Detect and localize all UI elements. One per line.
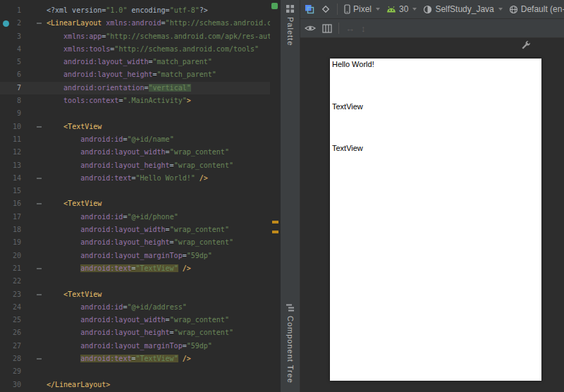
code-text: android:id="@+id/phone" xyxy=(47,211,270,223)
pan-vertical-icon[interactable]: ↕ xyxy=(361,23,366,34)
fold-gutter xyxy=(21,236,47,249)
code-line[interactable]: 14 android:text="Hello World!" /> xyxy=(0,172,270,185)
line-number: 29 xyxy=(0,365,21,378)
chevron-down-icon xyxy=(376,8,380,11)
fold-gutter xyxy=(21,4,47,17)
code-line[interactable]: 16 <TextView xyxy=(0,197,270,210)
device-selector[interactable]: Pixel xyxy=(344,4,380,14)
code-line[interactable]: 6 android:layout_height="match_parent" xyxy=(0,68,270,81)
wrench-icon[interactable] xyxy=(521,40,531,50)
fold-marker[interactable] xyxy=(21,288,47,301)
design-surface-button[interactable] xyxy=(305,4,314,14)
preview-textview[interactable]: TextView xyxy=(332,144,363,152)
fold-marker[interactable] xyxy=(21,121,47,133)
line-number: 28 xyxy=(0,353,21,365)
pan-horizontal-icon[interactable]: ↔ xyxy=(345,23,355,34)
locale-globe-icon xyxy=(509,5,518,14)
line-number: 10 xyxy=(0,121,21,133)
blueprint-mode-button[interactable] xyxy=(321,4,331,14)
fold-gutter xyxy=(21,365,47,378)
code-line[interactable]: 17 android:id="@+id/phone" xyxy=(0,211,270,223)
layout-columns-button[interactable] xyxy=(322,24,332,33)
line-number: 12 xyxy=(0,146,21,159)
code-line[interactable]: 13 android:layout_height="wrap_content" xyxy=(0,159,270,172)
code-text xyxy=(47,185,270,197)
line-number: 18 xyxy=(0,223,21,236)
code-line[interactable]: 26 android:layout_height="wrap_content" xyxy=(0,326,270,339)
code-line[interactable]: 23 <TextView xyxy=(0,288,270,301)
fold-gutter xyxy=(21,326,47,339)
code-line[interactable]: 19 android:layout_height="wrap_content" xyxy=(0,236,270,249)
preview-textview[interactable]: TextView xyxy=(332,102,363,111)
warning-tick-icon[interactable] xyxy=(272,221,278,223)
device-preview[interactable]: Hello World! TextView TextView xyxy=(330,59,541,381)
code-line[interactable]: 21 android:text="TextView" /> xyxy=(0,262,270,275)
code-line[interactable]: 15 xyxy=(0,185,270,197)
code-text xyxy=(47,275,270,288)
code-text: xmlns:app="http://schemas.android.com/ap… xyxy=(47,30,270,43)
code-line[interactable]: 28 android:text="TextView" /> xyxy=(0,353,270,365)
separator xyxy=(337,4,338,15)
code-line[interactable]: 20 android:layout_marginTop="59dp" xyxy=(0,250,270,262)
locale-selector[interactable]: Default (en-u xyxy=(509,4,564,14)
code-line[interactable]: 9 xyxy=(0,107,270,120)
component-tree-tool-button[interactable]: Component Tree xyxy=(286,303,295,384)
locale-label: Default (en-u xyxy=(521,4,564,14)
fold-marker[interactable] xyxy=(21,262,47,275)
fold-marker[interactable] xyxy=(21,353,47,365)
fold-gutter xyxy=(21,340,47,353)
theme-selector[interactable]: SelfStudy_Java xyxy=(423,4,502,14)
code-line[interactable]: 4 xmlns:tools="http://schemas.android.co… xyxy=(0,43,270,56)
line-number: 27 xyxy=(0,340,21,353)
palette-tool-button[interactable]: Palette xyxy=(286,4,295,46)
inspections-status-icon[interactable] xyxy=(271,3,278,9)
fold-gutter xyxy=(21,56,47,68)
fold-marker[interactable] xyxy=(21,172,47,185)
code-line[interactable]: 25 android:layout_width="wrap_content" xyxy=(0,314,270,326)
code-line[interactable]: 2<LinearLayout xmlns:android="http://sch… xyxy=(0,17,270,30)
code-line[interactable]: 7 android:orientation="vertical" xyxy=(0,82,270,94)
component-tree-icon xyxy=(286,303,295,312)
code-line[interactable]: 5 android:layout_width="match_parent" xyxy=(0,56,270,68)
blueprint-icon xyxy=(321,4,331,14)
code-line[interactable]: 11 android:id="@+id/name" xyxy=(0,133,270,146)
design-canvas[interactable]: Hello World! TextView TextView xyxy=(300,38,564,392)
code-line[interactable]: 29 xyxy=(0,365,270,378)
fold-marker[interactable] xyxy=(21,17,47,30)
code-line[interactable]: 12 android:layout_width="wrap_content" xyxy=(0,146,270,159)
fold-gutter xyxy=(21,159,47,172)
fold-gutter xyxy=(21,94,47,107)
view-options-button[interactable] xyxy=(305,24,316,32)
code-area[interactable]: 1<?xml version="1.0" encoding="utf-8"?>2… xyxy=(0,4,270,391)
code-text: android:layout_width="wrap_content" xyxy=(47,146,270,159)
device-label: Pixel xyxy=(353,4,372,14)
code-line[interactable]: 3 xmlns:app="http://schemas.android.com/… xyxy=(0,30,270,43)
preview-textview[interactable]: Hello World! xyxy=(332,60,374,68)
error-stripe[interactable] xyxy=(270,0,280,392)
code-text: </LinearLayout> xyxy=(47,379,270,391)
code-line[interactable]: 27 android:layout_marginTop="59dp" xyxy=(0,340,270,353)
code-line[interactable]: 24 android:id="@+id/address" xyxy=(0,301,270,314)
tool-window-bar: Palette Component Tree xyxy=(280,0,300,392)
code-line[interactable]: 10 <TextView xyxy=(0,121,270,133)
fold-gutter xyxy=(21,30,47,43)
api-level-selector[interactable]: 30 xyxy=(386,4,417,14)
fold-marker[interactable] xyxy=(21,197,47,210)
theme-icon xyxy=(423,5,432,14)
code-text: android:layout_height="match_parent" xyxy=(47,68,270,81)
code-line[interactable]: 8 tools:context=".MainActivity"> xyxy=(0,94,270,107)
line-number: 1 xyxy=(0,4,21,17)
code-text: android:layout_marginTop="59dp" xyxy=(47,340,270,353)
warning-tick-icon[interactable] xyxy=(272,231,278,233)
code-line[interactable]: 30</LinearLayout> xyxy=(0,379,270,391)
xml-editor[interactable]: 1<?xml version="1.0" encoding="utf-8"?>2… xyxy=(0,0,280,392)
line-number: 8 xyxy=(0,94,21,107)
line-number: 23 xyxy=(0,288,21,301)
code-line[interactable]: 18 android:layout_width="wrap_content" xyxy=(0,223,270,236)
device-phone-icon xyxy=(344,4,350,14)
code-text xyxy=(47,365,270,378)
line-number: 6 xyxy=(0,68,21,81)
line-number: 30 xyxy=(0,379,21,391)
code-line[interactable]: 1<?xml version="1.0" encoding="utf-8"?> xyxy=(0,4,270,17)
code-line[interactable]: 22 xyxy=(0,275,270,288)
